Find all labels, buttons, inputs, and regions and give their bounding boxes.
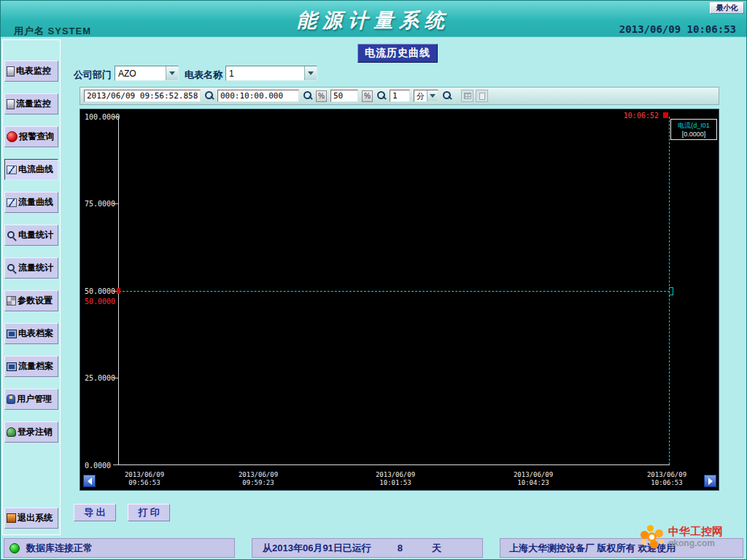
sidebar-item-label: 参数设置	[18, 295, 53, 307]
sidebar-item-power-stats[interactable]: 电量统计	[4, 225, 58, 246]
export-button[interactable]: 导 出	[74, 504, 116, 521]
y-tick-mark	[113, 378, 118, 378]
magnifier-icon	[7, 264, 15, 271]
plot-area[interactable]	[118, 117, 670, 465]
sidebar-item-label: 电表监控	[16, 65, 51, 77]
page-title: 电流历史曲线	[357, 44, 438, 63]
interval-unit-value: 分	[414, 90, 427, 101]
zoom-out-percent-icon[interactable]: %	[316, 90, 327, 102]
department-select[interactable]: AZO	[115, 66, 179, 81]
datetime-display: 2013/06/09 10:06:53	[619, 23, 736, 35]
sidebar-item-flow-curve[interactable]: 流量曲线	[4, 192, 58, 213]
cursor-time-label: 10:06:52	[624, 112, 659, 120]
watermark-domain: gkong.com	[668, 538, 723, 548]
sidebar-item-exit-system[interactable]: 退出系统	[4, 508, 58, 529]
watermark: 中华工控网 gkong.com	[638, 524, 723, 550]
scroll-left-button[interactable]	[83, 475, 96, 487]
login-icon	[7, 427, 16, 437]
flow-curve-icon	[7, 198, 17, 207]
settings-icon	[7, 296, 16, 306]
sidebar-item-label: 用户管理	[17, 393, 52, 405]
time-span-input[interactable]	[217, 90, 299, 102]
runtime-days: 8	[398, 542, 403, 553]
department-value: AZO	[115, 66, 166, 80]
sidebar-item-meter-archive[interactable]: 电表档案	[4, 323, 58, 344]
y-tick-mark	[113, 117, 118, 117]
department-label: 公司部门	[74, 69, 112, 82]
chart-toolbar: % % 分	[80, 87, 719, 105]
flow-meter-icon	[7, 99, 15, 109]
y-tick-mark	[113, 203, 118, 204]
alarm-icon	[7, 131, 18, 142]
legend-series-name: 电流(d_I01	[672, 121, 716, 131]
app-window: 能源计量系统 用户名 SYSTEM 2013/06/09 10:06:53 最小…	[0, 0, 747, 560]
watermark-name: 中华工控网	[668, 525, 723, 537]
y-axis-tick: 50.0000	[85, 287, 115, 295]
sidebar-item-user-mgmt[interactable]: 用户管理	[4, 389, 58, 410]
y-axis-tick: 0.0000	[85, 462, 111, 470]
meter-name-label: 电表名称	[185, 69, 222, 82]
electric-meter-icon	[7, 66, 15, 77]
span-picker-icon[interactable]	[303, 90, 312, 101]
y-axis-tick: 25.0000	[85, 374, 115, 382]
sidebar-item-label: 流量监控	[16, 98, 51, 110]
minimize-button[interactable]: 最小化	[710, 2, 744, 14]
time-picker-icon[interactable]	[204, 90, 214, 101]
current-curve-icon	[7, 166, 17, 174]
sidebar-item-flow-monitor[interactable]: 流量监控	[4, 93, 58, 114]
sidebar-item-alarm-query[interactable]: 报警查询	[4, 126, 58, 147]
sidebar-item-meter-monitor[interactable]: 电表监控	[4, 61, 58, 82]
sidebar-item-label: 电量统计	[18, 229, 53, 241]
trend-chart[interactable]: 100.0000 75.0000 50.0000 50.0000 25.0000…	[80, 109, 719, 491]
sidebar: 电表监控 流量监控 报警查询 电流曲线 流量曲线 电量统计 流量统计 参数设置	[2, 39, 61, 535]
scroll-right-button[interactable]	[704, 475, 716, 487]
user-icon	[7, 394, 15, 404]
sidebar-item-label: 报警查询	[19, 131, 54, 143]
x-axis-tick: 2013/06/0910:06:53	[647, 471, 686, 487]
toolbar-extra-tools	[461, 90, 488, 102]
db-status-panel: 数据库连接正常	[4, 538, 235, 558]
sidebar-item-login-logout[interactable]: 登录注销	[4, 421, 58, 443]
x-axis-tick: 2013/06/0909:56:53	[125, 471, 164, 487]
sidebar-item-flow-archive[interactable]: 流量档案	[4, 356, 58, 377]
interval-unit-select[interactable]: 分	[414, 90, 438, 102]
y-tick-mark	[113, 464, 118, 465]
runtime-unit: 天	[432, 542, 441, 555]
zoom-in-percent-icon[interactable]: %	[362, 90, 373, 102]
sidebar-item-label: 退出系统	[18, 512, 53, 524]
header: 能源计量系统 用户名 SYSTEM 2013/06/09 10:06:53	[1, 1, 746, 37]
scale-percent-input[interactable]	[330, 90, 358, 102]
monitor-icon	[7, 330, 17, 338]
sidebar-item-label: 登录注销	[18, 426, 53, 438]
sidebar-item-label: 电表档案	[18, 327, 53, 340]
sidebar-item-label: 流量档案	[18, 360, 53, 373]
sidebar-item-label: 电流曲线	[18, 163, 53, 176]
chevron-down-icon[interactable]	[304, 66, 317, 80]
chevron-down-icon[interactable]	[427, 90, 438, 101]
sidebar-item-current-curve[interactable]: 电流曲线	[4, 159, 58, 180]
y-axis-tick: 75.0000	[85, 200, 115, 208]
start-time-input[interactable]	[84, 90, 201, 102]
meter-name-value: 1	[226, 66, 304, 80]
x-axis-tick: 2013/06/0910:04:23	[514, 471, 553, 487]
report-page-icon	[476, 90, 488, 102]
monitor-icon	[7, 362, 17, 371]
chart-legend: 电流(d_I01 [0.0000]	[670, 119, 717, 140]
x-axis-tick: 2013/06/0909:59:23	[239, 471, 278, 487]
cursor-right-marker	[669, 287, 673, 295]
sidebar-item-param-settings[interactable]: 参数设置	[4, 290, 58, 311]
sidebar-item-flow-stats[interactable]: 流量统计	[4, 257, 58, 279]
scale-apply-icon[interactable]	[376, 90, 386, 101]
exit-icon	[7, 513, 16, 523]
db-status-green-icon	[9, 543, 20, 553]
magnifier-icon	[7, 231, 15, 238]
print-button[interactable]: 打 印	[128, 504, 170, 521]
legend-current-value: [0.0000]	[672, 131, 716, 138]
interval-apply-icon[interactable]	[442, 90, 452, 101]
meter-name-select[interactable]: 1	[225, 66, 317, 81]
sidebar-item-label: 流量统计	[18, 262, 53, 274]
horizontal-cursor-line[interactable]	[119, 291, 670, 292]
chevron-down-icon[interactable]	[166, 66, 178, 80]
interval-value-input[interactable]	[390, 90, 410, 102]
cursor-marker-icon	[663, 112, 668, 118]
